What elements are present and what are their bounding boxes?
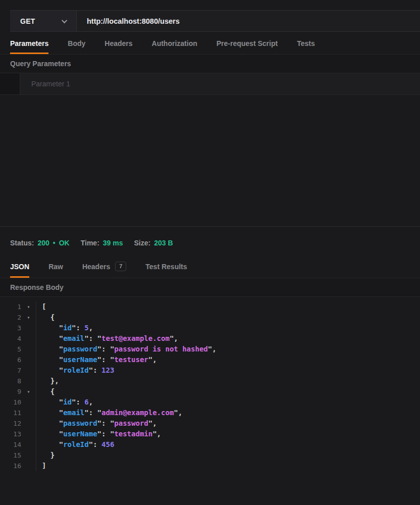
code-text: "password": "password", — [36, 418, 157, 429]
code-text: } — [36, 450, 55, 461]
fold-spacer — [21, 333, 36, 344]
fold-arrow-icon[interactable]: ▾ — [21, 301, 36, 312]
fold-spacer — [21, 323, 36, 333]
response-tab-json[interactable]: JSON — [10, 254, 29, 278]
tab-label: Headers — [104, 39, 132, 47]
url-input[interactable] — [77, 17, 420, 25]
request-tab-tests[interactable]: Tests — [297, 32, 315, 54]
size-label: Size: — [134, 239, 151, 247]
time-group: Time: 39 ms — [81, 239, 123, 247]
response-tab-headers[interactable]: Headers7 — [82, 254, 126, 278]
method-dropdown[interactable]: GET — [10, 11, 77, 31]
query-parameter-row — [0, 73, 420, 95]
headers-count-badge: 7 — [115, 262, 126, 271]
query-parameters-title: Query Parameters — [10, 60, 71, 68]
parameter-checkbox-cell[interactable] — [0, 73, 20, 94]
code-line: 3 "id": 5, — [0, 323, 420, 333]
status-label: Status: — [10, 239, 34, 247]
request-tab-authorization[interactable]: Authorization — [152, 32, 197, 54]
status-text: OK — [59, 239, 70, 247]
response-body-viewer: 1▾[2▾ {3 "id": 5,4 "email": "test@exampl… — [0, 297, 420, 471]
code-text: "roleId": 456 — [36, 439, 114, 450]
code-lines: 1▾[2▾ {3 "id": 5,4 "email": "test@exampl… — [0, 301, 420, 471]
request-tab-body[interactable]: Body — [68, 32, 85, 54]
code-line: 2▾ { — [0, 312, 420, 323]
code-line: 14 "roleId": 456 — [0, 439, 420, 450]
code-text: "password": "password is not hashed", — [36, 344, 217, 355]
request-tabs: ParametersBodyHeadersAuthorizationPre-re… — [0, 32, 420, 55]
code-line: 7 "roleId": 123 — [0, 365, 420, 376]
fold-spacer — [21, 418, 36, 429]
tab-label: Authorization — [152, 39, 197, 47]
tab-label: Headers — [82, 263, 110, 271]
code-text: [ — [36, 301, 46, 312]
tab-label: Tests — [297, 39, 315, 47]
request-tab-parameters[interactable]: Parameters — [10, 32, 48, 54]
code-text: "email": "admin@example.com", — [36, 408, 182, 418]
line-number: 16 — [0, 461, 21, 471]
status-separator-dot: • — [53, 239, 56, 247]
line-number: 12 — [0, 418, 21, 429]
line-number: 5 — [0, 344, 21, 355]
request-tab-headers[interactable]: Headers — [104, 32, 132, 54]
code-line: 5 "password": "password is not hashed", — [0, 344, 420, 355]
line-number: 1 — [0, 301, 21, 312]
response-panel: Status: 200 • OK Time: 39 ms Size: 203 B… — [0, 226, 420, 471]
line-number: 14 — [0, 439, 21, 450]
fold-arrow-icon[interactable]: ▾ — [21, 312, 36, 323]
code-line: 16] — [0, 461, 420, 471]
tab-label: Test Results — [145, 263, 187, 271]
empty-area — [0, 95, 420, 226]
line-number: 9 — [0, 386, 21, 397]
fold-spacer — [21, 429, 36, 439]
line-number: 7 — [0, 365, 21, 376]
tab-label: Pre-request Script — [217, 39, 278, 47]
line-number: 3 — [0, 323, 21, 333]
fold-spacer — [21, 439, 36, 450]
code-text: "id": 5, — [36, 323, 93, 333]
response-tab-raw[interactable]: Raw — [48, 254, 63, 278]
tab-label: Parameters — [10, 39, 48, 47]
code-line: 12 "password": "password", — [0, 418, 420, 429]
fold-spacer — [21, 365, 36, 376]
code-line: 1▾[ — [0, 301, 420, 312]
line-number: 10 — [0, 397, 21, 408]
line-number: 8 — [0, 376, 21, 386]
code-text: "userName": "testuser", — [36, 355, 157, 365]
request-url-bar: GET — [10, 10, 420, 32]
tab-label: Body — [68, 39, 85, 47]
response-status-bar: Status: 200 • OK Time: 39 ms Size: 203 B — [0, 227, 420, 248]
line-number: 6 — [0, 355, 21, 365]
response-body-title: Response Body — [10, 283, 64, 291]
parameter-name-input[interactable] — [20, 73, 420, 94]
tab-label: JSON — [10, 263, 29, 271]
status-group: Status: 200 • OK — [10, 239, 70, 247]
code-line: 13 "userName": "testadmin", — [0, 429, 420, 439]
code-text: { — [36, 386, 55, 397]
fold-spacer — [21, 397, 36, 408]
query-parameters-header: Query Parameters — [0, 55, 420, 73]
response-tab-test-results[interactable]: Test Results — [145, 254, 187, 278]
fold-spacer — [21, 355, 36, 365]
code-line: 9▾ { — [0, 386, 420, 397]
code-text: }, — [36, 376, 59, 386]
code-line: 15 } — [0, 450, 420, 461]
code-text: { — [36, 312, 55, 323]
code-line: 8 }, — [0, 376, 420, 386]
size-group: Size: 203 B — [134, 239, 173, 247]
code-line: 6 "userName": "testuser", — [0, 355, 420, 365]
line-number: 13 — [0, 429, 21, 439]
code-text: "id": 6, — [36, 397, 93, 408]
fold-spacer — [21, 376, 36, 386]
code-line: 10 "id": 6, — [0, 397, 420, 408]
fold-spacer — [21, 461, 36, 471]
response-tabs: JSONRawHeaders7Test Results — [0, 254, 420, 278]
fold-spacer — [21, 344, 36, 355]
fold-arrow-icon[interactable]: ▾ — [21, 386, 36, 397]
code-text: "email": "test@example.com", — [36, 333, 178, 344]
fold-spacer — [21, 408, 36, 418]
code-text: ] — [36, 461, 46, 471]
code-text: "roleId": 123 — [36, 365, 114, 376]
tab-label: Raw — [48, 263, 63, 271]
request-tab-pre-request-script[interactable]: Pre-request Script — [217, 32, 278, 54]
